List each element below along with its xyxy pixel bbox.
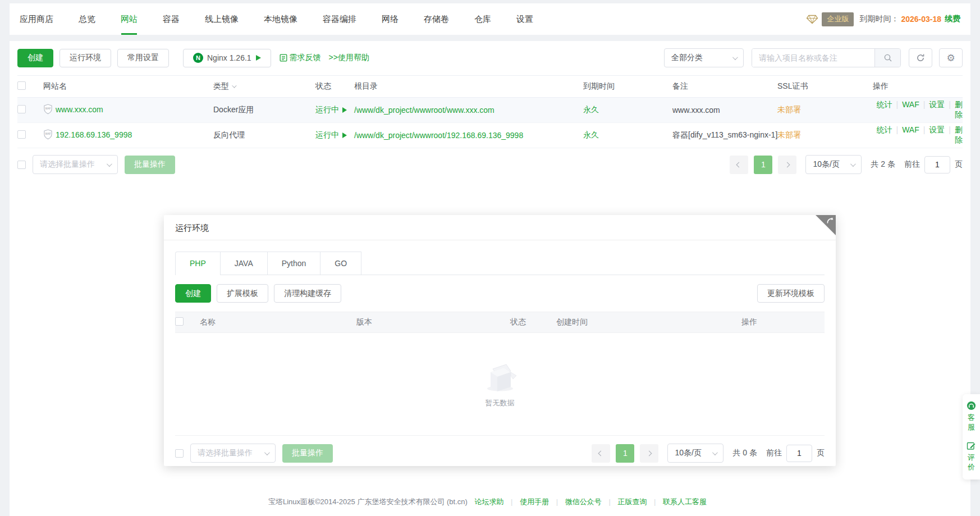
table-row: WAF 192.168.69.136_9998 反向代理 运行中 /www/dk… — [17, 123, 963, 148]
stats-link[interactable]: 统计 — [876, 100, 892, 109]
nav-item-website[interactable]: 网站 — [121, 3, 138, 35]
runtime-env-button[interactable]: 运行环境 — [59, 49, 111, 67]
site-table-header-row: 网站名 类型 状态 根目录 到期时间 备注 SSL证书 操作 — [17, 76, 963, 98]
clear-build-cache-button[interactable]: 清理构建缓存 — [274, 284, 341, 303]
create-site-button[interactable]: 创建 — [17, 49, 53, 67]
nav-item-overview[interactable]: 总览 — [79, 3, 95, 35]
env-table-header-row: 名称 版本 状态 创建时间 操作 — [175, 312, 825, 333]
delete-link[interactable]: 删除 — [955, 125, 963, 144]
env-batch-action-select[interactable]: 请选择批量操作 — [190, 444, 276, 463]
category-filter-select[interactable]: 全部分类 — [664, 48, 744, 67]
enterprise-badge: 企业版 — [822, 12, 854, 26]
renew-link[interactable]: 续费 — [945, 14, 960, 24]
footer-link-support[interactable]: 联系人工客服 — [663, 497, 707, 506]
feedback-rate-button[interactable]: 评价 — [967, 441, 976, 472]
footer-link-manual[interactable]: 使用手册 — [520, 497, 549, 506]
page-suffix: 页 — [955, 159, 963, 170]
site-name-link[interactable]: WAF 192.168.69.136_9998 — [43, 129, 132, 140]
table-settings-button[interactable]: ⚙ — [939, 48, 963, 67]
nav-item-online-images[interactable]: 线上镜像 — [205, 3, 239, 35]
nav-item-compose[interactable]: 容器编排 — [323, 3, 356, 35]
customer-service-button[interactable]: 客服 — [967, 401, 976, 432]
nav-item-app-store[interactable]: 应用商店 — [20, 3, 53, 35]
select-all-checkbox[interactable] — [17, 81, 26, 90]
svg-text:WAF: WAF — [45, 107, 51, 110]
help-link[interactable]: >>使用帮助 — [329, 53, 369, 63]
site-name-link[interactable]: WAF www.xxx.com — [43, 104, 103, 115]
tab-go[interactable]: GO — [320, 252, 361, 275]
env-page-size-select[interactable]: 10条/页 — [667, 444, 723, 463]
waf-link[interactable]: WAF — [902, 125, 919, 134]
current-page-button[interactable]: 1 — [754, 156, 772, 174]
update-env-template-button[interactable]: 更新环境模板 — [757, 284, 825, 303]
settings-link[interactable]: 设置 — [929, 100, 945, 109]
search-button[interactable] — [874, 49, 900, 67]
tab-java[interactable]: JAVA — [220, 252, 267, 275]
env-goto-page-input[interactable] — [786, 445, 812, 462]
nav-item-registry[interactable]: 仓库 — [474, 3, 491, 35]
env-next-page-button[interactable] — [640, 444, 658, 463]
expire-value[interactable]: 永久 — [583, 130, 599, 139]
env-current-page-button[interactable]: 1 — [616, 444, 634, 463]
batch-apply-button[interactable]: 批量操作 — [125, 156, 175, 174]
footer-link-forum[interactable]: 论坛求助 — [474, 497, 503, 506]
nav-item-settings[interactable]: 设置 — [516, 3, 533, 35]
next-page-button[interactable] — [778, 156, 796, 174]
rate-label: 评价 — [968, 453, 976, 472]
delete-link[interactable]: 删除 — [955, 100, 963, 119]
expire-value[interactable]: 永久 — [583, 105, 599, 114]
tab-python[interactable]: Python — [267, 252, 320, 275]
nav-item-container[interactable]: 容器 — [163, 3, 180, 35]
waf-link[interactable]: WAF — [902, 100, 919, 109]
nav-item-volumes[interactable]: 存储卷 — [424, 3, 449, 35]
chevron-left-icon — [736, 162, 742, 167]
chevron-down-icon — [107, 161, 112, 167]
customer-service-label: 客服 — [968, 413, 976, 432]
ssl-status[interactable]: 未部署 — [777, 130, 801, 139]
settings-link[interactable]: 设置 — [929, 125, 945, 134]
tab-php[interactable]: PHP — [175, 252, 220, 275]
feedback-link[interactable]: 需求反馈 — [280, 53, 321, 63]
env-create-button[interactable]: 创建 — [175, 284, 211, 303]
search-input[interactable] — [752, 49, 874, 67]
page-size-select[interactable]: 10条/页 — [805, 155, 862, 174]
row-checkbox[interactable] — [17, 130, 26, 139]
webserver-button[interactable]: N Nginx 1.26.1 — [183, 49, 271, 67]
common-settings-button[interactable]: 常用设置 — [117, 49, 169, 67]
nav-item-local-images[interactable]: 本地镜像 — [264, 3, 297, 35]
env-total-count-text: 共 0 条 — [732, 448, 757, 458]
env-select-all-checkbox[interactable] — [175, 317, 184, 326]
refresh-button[interactable] — [909, 48, 932, 67]
goto-page-input[interactable] — [924, 156, 950, 173]
env-goto-label: 前往 — [766, 448, 782, 458]
row-checkbox[interactable] — [17, 105, 26, 113]
stats-link[interactable]: 统计 — [876, 125, 892, 134]
status-running[interactable]: 运行中 — [315, 105, 347, 115]
runtime-env-modal: 运行环境 PHP JAVA Python GO 创建 扩展模板 清理构建缓存 更… — [164, 215, 836, 466]
env-prev-page-button[interactable] — [592, 444, 610, 463]
batch-action-select[interactable]: 请选择批量操作 — [33, 155, 118, 174]
nav-item-network[interactable]: 网络 — [382, 3, 399, 35]
root-path-link[interactable]: /www/dk_project/wwwroot/192.168.69.136_9… — [354, 131, 523, 140]
footer-link-wechat[interactable]: 微信公众号 — [565, 497, 602, 506]
env-batch-apply-button[interactable]: 批量操作 — [282, 444, 333, 463]
prev-page-button[interactable] — [730, 156, 748, 174]
status-running[interactable]: 运行中 — [315, 130, 347, 140]
play-icon — [256, 55, 261, 61]
batch-select-all-checkbox[interactable] — [17, 161, 26, 169]
waf-shield-icon: WAF — [43, 129, 53, 140]
site-type: 反向代理 — [213, 123, 315, 148]
ssl-status[interactable]: 未部署 — [777, 105, 801, 114]
extend-template-button[interactable]: 扩展模板 — [217, 284, 268, 303]
footer-link-genuine[interactable]: 正版查询 — [617, 497, 647, 506]
env-batch-checkbox[interactable] — [175, 449, 184, 458]
root-path-link[interactable]: /www/dk_project/wwwroot/www.xxx.com — [354, 106, 494, 115]
toolbar-right: 全部分类 ⚙ — [664, 48, 963, 67]
col-type[interactable]: 类型 — [213, 76, 315, 98]
site-remark[interactable]: 容器[dify_v113_sm63-nginx-1]的 — [672, 130, 777, 140]
site-toolbar: 创建 运行环境 常用设置 N Nginx 1.26.1 需求反馈 >>使用帮助 … — [10, 41, 970, 67]
col-remark: 备注 — [672, 76, 777, 98]
empty-box-icon — [482, 360, 519, 392]
site-remark[interactable]: www.xxx.com — [672, 98, 777, 123]
col-env-status: 状态 — [510, 312, 556, 333]
